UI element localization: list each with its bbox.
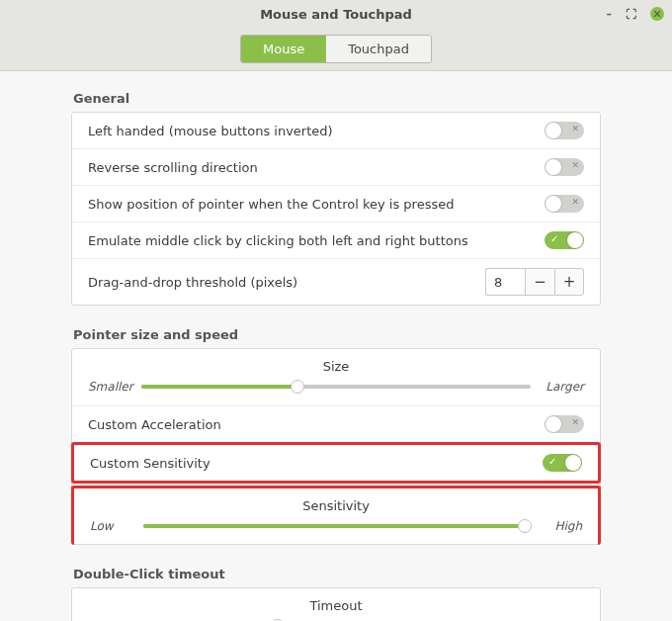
row-drag-threshold: Drag-and-drop threshold (pixels) − + (72, 259, 600, 305)
content: General Left handed (mouse buttons inver… (0, 71, 672, 621)
label-size: Size (88, 359, 584, 374)
panel-pointer: Size Smaller Larger Custom Acceleration … (71, 348, 601, 545)
window-title: Mouse and Touchpad (260, 7, 412, 22)
toggle-custom-accel[interactable] (545, 415, 584, 433)
tab-mouse[interactable]: Mouse (241, 36, 326, 62)
label-reverse-scrolling: Reverse scrolling direction (88, 160, 258, 175)
slider-sensitivity[interactable] (143, 524, 529, 528)
tab-touchpad[interactable]: Touchpad (326, 36, 431, 62)
label-custom-sensitivity: Custom Sensitivity (90, 456, 210, 471)
toggle-show-pointer[interactable] (545, 195, 584, 213)
row-custom-accel: Custom Acceleration (72, 406, 600, 443)
label-sens-min: Low (90, 519, 133, 533)
minimize-icon[interactable]: – (607, 8, 613, 21)
input-drag-threshold[interactable] (485, 268, 525, 296)
label-size-min: Smaller (88, 380, 131, 394)
block-size: Size Smaller Larger (72, 349, 600, 406)
slider-row-sensitivity: Low High (90, 519, 582, 533)
slider-size[interactable] (141, 385, 531, 389)
section-title-doubleclick: Double-Click timeout (73, 567, 601, 581)
panel-general: Left handed (mouse buttons inverted) Rev… (71, 112, 601, 306)
toggle-left-handed[interactable] (545, 122, 584, 139)
window-controls: – ⛶ ✕ (607, 7, 665, 21)
maximize-icon[interactable]: ⛶ (626, 8, 636, 21)
row-emulate-middle: Emulate middle click by clicking both le… (72, 222, 600, 259)
stepper-increment[interactable]: + (554, 268, 584, 296)
section-title-general: General (73, 91, 601, 106)
tab-bar: Mouse Touchpad (0, 28, 672, 71)
panel-doubleclick: Timeout Short Long Double-click test (71, 587, 601, 621)
stepper-drag-threshold: − + (485, 268, 584, 296)
section-title-pointer: Pointer size and speed (73, 327, 601, 342)
toggle-custom-sensitivity[interactable] (543, 454, 582, 472)
label-timeout: Timeout (88, 598, 584, 613)
label-sens-max: High (539, 519, 582, 533)
tabs: Mouse Touchpad (240, 35, 432, 63)
label-emulate-middle: Emulate middle click by clicking both le… (88, 233, 468, 248)
slider-row-size: Smaller Larger (88, 380, 584, 394)
toggle-emulate-middle[interactable] (545, 231, 584, 249)
label-show-pointer: Show position of pointer when the Contro… (88, 197, 454, 212)
block-sensitivity: Sensitivity Low High (71, 486, 601, 545)
row-left-handed: Left handed (mouse buttons inverted) (72, 113, 600, 149)
label-sensitivity: Sensitivity (90, 498, 582, 513)
row-custom-sensitivity: Custom Sensitivity (71, 442, 601, 484)
row-reverse-scrolling: Reverse scrolling direction (72, 149, 600, 186)
toggle-reverse-scrolling[interactable] (545, 158, 584, 176)
label-left-handed: Left handed (mouse buttons inverted) (88, 124, 333, 138)
label-size-max: Larger (541, 380, 584, 394)
label-custom-accel: Custom Acceleration (88, 417, 221, 432)
stepper-decrement[interactable]: − (525, 268, 554, 296)
block-timeout: Timeout Short Long (72, 588, 600, 621)
row-show-pointer: Show position of pointer when the Contro… (72, 186, 600, 222)
close-icon[interactable]: ✕ (650, 7, 664, 21)
label-drag-threshold: Drag-and-drop threshold (pixels) (88, 275, 297, 290)
titlebar: Mouse and Touchpad – ⛶ ✕ (0, 0, 672, 28)
